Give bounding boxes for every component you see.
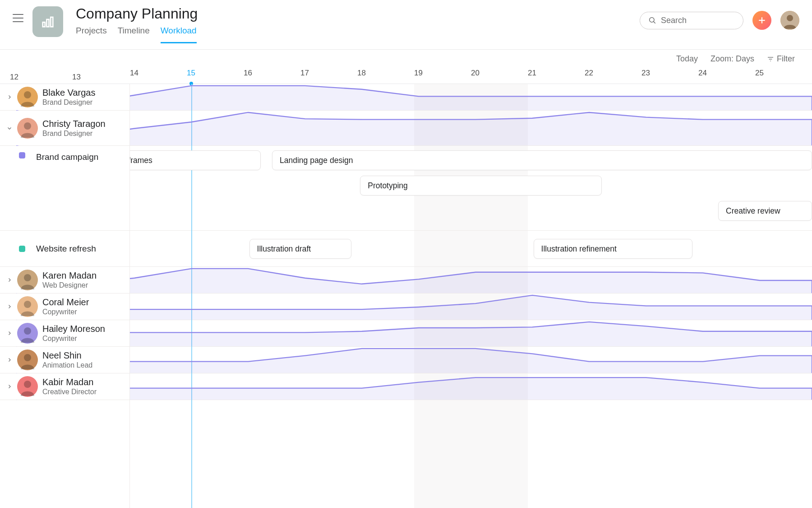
date-cell: 25 — [755, 69, 812, 84]
svg-rect-2 — [51, 17, 53, 27]
row-header[interactable]: Christy Taragon Brand Designer — [0, 111, 130, 145]
avatar — [17, 376, 38, 397]
tab-timeline[interactable]: Timeline — [118, 26, 150, 43]
row-header[interactable]: Neel ShinAnimation Lead — [0, 347, 130, 373]
row-header[interactable]: Blake Vargas Brand Designer — [0, 84, 130, 110]
date-cell: 19 — [414, 69, 471, 84]
project-label: Brand campaign — [36, 152, 98, 162]
workspace-logo[interactable] — [32, 6, 63, 37]
chevron-right-icon[interactable] — [6, 331, 13, 336]
person-name: Neel Shin — [42, 350, 92, 361]
project-label: Website refresh — [36, 244, 96, 254]
date-cell: 17 — [300, 69, 357, 84]
avatar — [17, 118, 38, 139]
page-title: Company Planning — [76, 5, 640, 22]
search-input[interactable]: Search — [640, 12, 743, 29]
avatar-placeholder-icon — [780, 11, 799, 30]
svg-point-3 — [650, 18, 655, 23]
task-bar[interactable]: Prototyping — [360, 176, 602, 196]
chevron-down-icon[interactable] — [6, 126, 13, 131]
search-placeholder: Search — [661, 16, 687, 25]
chevron-right-icon[interactable] — [6, 94, 13, 100]
date-header: 12 13 141516171819202122232425 — [0, 69, 812, 84]
chevron-right-icon[interactable] — [6, 304, 13, 309]
workload-lane[interactable] — [130, 347, 812, 373]
row-header[interactable]: Hailey MoresonCopywriter — [0, 320, 130, 346]
project-header[interactable]: Brand campaign — [0, 146, 130, 230]
workload-lane[interactable] — [130, 294, 812, 320]
person-role: Animation Lead — [42, 361, 92, 369]
workload-lane[interactable] — [130, 373, 812, 400]
person-role: Web Designer — [42, 281, 97, 289]
date-cell: 23 — [641, 69, 698, 84]
avatar — [17, 350, 38, 370]
date-cell: 16 — [244, 69, 300, 84]
task-lane[interactable]: Illustration draftIllustration refinemen… — [130, 231, 812, 266]
project-color-dot — [19, 152, 25, 158]
svg-point-8 — [787, 15, 793, 21]
workload-lane[interactable] — [130, 320, 812, 346]
svg-rect-0 — [43, 22, 45, 27]
project-group: Website refresh Illustration draftIllust… — [0, 231, 812, 267]
user-avatar[interactable] — [780, 11, 799, 30]
person-name: Christy Taragon — [42, 119, 106, 129]
add-button[interactable] — [752, 11, 771, 30]
person-row: Hailey MoresonCopywriter — [0, 320, 812, 347]
today-button[interactable]: Today — [676, 54, 698, 64]
person-row: Karen MadanWeb Designer — [0, 267, 812, 294]
date-cell: 22 — [585, 69, 641, 84]
workload-lane[interactable] — [130, 84, 812, 110]
chevron-right-icon[interactable] — [6, 384, 13, 389]
task-bar[interactable]: Illustration refinement — [534, 239, 693, 259]
task-bar[interactable]: Landing page design — [272, 150, 812, 170]
avatar — [17, 296, 38, 317]
tab-projects[interactable]: Projects — [76, 26, 107, 43]
filter-icon — [767, 56, 774, 63]
app-header: Company Planning Projects Timeline Workl… — [0, 0, 812, 50]
person-name: Karen Madan — [42, 270, 97, 281]
tab-workload[interactable]: Workload — [161, 26, 197, 43]
svg-point-17 — [24, 354, 31, 361]
person-name: Blake Vargas — [42, 88, 95, 98]
project-group: Brand campaign WireframesLanding page de… — [0, 146, 812, 231]
date-cell: 15 — [187, 69, 244, 84]
nav-tabs: Projects Timeline Workload — [76, 26, 640, 43]
svg-line-4 — [654, 22, 655, 23]
svg-point-16 — [24, 327, 31, 335]
person-row: Coral MeierCopywriter — [0, 294, 812, 320]
task-bar[interactable]: Creative review — [718, 201, 812, 221]
row-header[interactable]: Kabir MadanCreative Director — [0, 373, 130, 400]
avatar — [17, 87, 38, 107]
task-lane[interactable]: WireframesLanding page designPrototyping… — [130, 146, 812, 230]
person-role: Copywriter — [42, 335, 105, 343]
zoom-selector[interactable]: Zoom: Days — [710, 54, 754, 64]
workload-lane[interactable] — [130, 267, 812, 293]
plus-icon — [757, 16, 766, 25]
svg-point-14 — [24, 274, 31, 281]
person-row: Neel ShinAnimation Lead — [0, 347, 812, 373]
title-area: Company Planning Projects Timeline Workl… — [76, 6, 640, 43]
row-header[interactable]: Karen MadanWeb Designer — [0, 267, 130, 293]
person-role: Brand Designer — [42, 98, 95, 107]
menu-icon[interactable] — [13, 13, 23, 23]
workload-lane[interactable] — [130, 111, 812, 145]
date-cell: 20 — [471, 69, 528, 84]
person-role: Creative Director — [42, 388, 97, 396]
svg-point-13 — [24, 122, 31, 130]
chevron-right-icon[interactable] — [6, 277, 13, 283]
filter-button[interactable]: Filter — [767, 54, 795, 64]
date-cell: 24 — [698, 69, 755, 84]
search-icon — [648, 16, 656, 24]
project-color-dot — [19, 246, 25, 252]
person-row: Blake Vargas Brand Designer — [0, 84, 812, 111]
workload-grid: Blake Vargas Brand Designer Christy Tara… — [0, 84, 812, 508]
person-role: Brand Designer — [42, 130, 106, 138]
project-header[interactable]: Website refresh — [0, 231, 130, 266]
date-cell: 18 — [357, 69, 414, 84]
task-bar[interactable]: Illustration draft — [249, 239, 352, 259]
svg-point-18 — [24, 381, 31, 388]
chevron-right-icon[interactable] — [6, 357, 13, 363]
svg-rect-1 — [47, 19, 49, 27]
timeline-toolbar: Today Zoom: Days Filter — [0, 50, 812, 69]
row-header[interactable]: Coral MeierCopywriter — [0, 294, 130, 320]
